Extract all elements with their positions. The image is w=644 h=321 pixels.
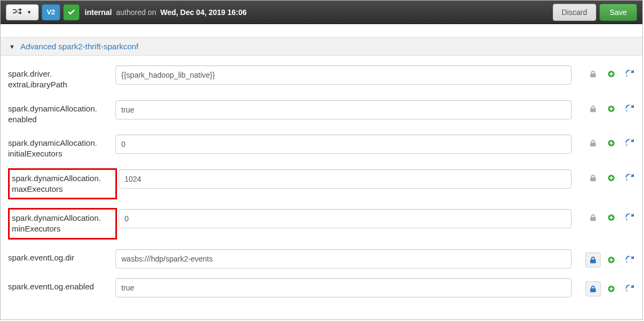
refresh-icon[interactable]: [624, 103, 635, 114]
add-icon[interactable]: [606, 103, 617, 114]
config-label-a: spark.dynamicAllocation.: [8, 104, 97, 113]
config-label-b: enabled: [8, 115, 36, 124]
row-actions: [577, 248, 640, 267]
row-actions: [577, 99, 640, 114]
lock-icon[interactable]: [588, 212, 598, 223]
config-label-a: spark.eventLog.enabled: [8, 282, 94, 291]
config-row: spark.eventLog.enabled: [8, 268, 640, 297]
config-label: spark.driver.extraLibraryPath: [8, 64, 115, 91]
save-button[interactable]: Save: [599, 4, 637, 21]
lock-icon[interactable]: [588, 173, 598, 183]
refresh-icon[interactable]: [624, 212, 635, 223]
refresh-icon[interactable]: [624, 173, 635, 183]
config-row: spark.dynamicAllocation.maxExecutors: [8, 160, 640, 200]
lock-icon[interactable]: [588, 138, 598, 148]
config-row: spark.dynamicAllocation.minExecutors: [8, 199, 640, 240]
config-label: spark.eventLog.enabled: [8, 277, 115, 292]
config-row: spark.eventLog.dir: [8, 240, 640, 268]
add-icon[interactable]: [606, 212, 617, 223]
refresh-icon[interactable]: [624, 138, 635, 148]
add-icon[interactable]: [606, 255, 617, 265]
config-value-input[interactable]: [115, 249, 572, 268]
version-label: V2: [47, 8, 55, 16]
config-label-b: maxExecutors: [12, 184, 63, 193]
config-label-b: initialExecutors: [8, 149, 62, 158]
config-value-input[interactable]: [115, 65, 572, 85]
config-row: spark.dynamicAllocation.enabled: [8, 91, 640, 125]
config-label: spark.dynamicAllocation.initialExecutors: [8, 133, 115, 160]
add-icon[interactable]: [606, 138, 617, 148]
row-actions: [577, 168, 640, 183]
config-label-a: spark.dynamicAllocation.: [8, 138, 97, 147]
add-icon[interactable]: [606, 69, 617, 79]
caret-down-icon: ▼: [27, 10, 32, 15]
topbar: ▼ V2 internal authored on Wed, Dec 04, 2…: [1, 1, 642, 24]
config-label: spark.dynamicAllocation.maxExecutors: [8, 168, 117, 200]
add-icon[interactable]: [606, 283, 617, 294]
config-value-input[interactable]: [115, 100, 572, 120]
current-version-check-button[interactable]: [63, 4, 79, 20]
section-header[interactable]: ▼ Advanced spark2-thrift-sparkconf: [1, 37, 642, 56]
refresh-icon[interactable]: [624, 69, 635, 79]
config-label-b: extraLibraryPath: [8, 80, 67, 89]
authored-by-text: internal authored on Wed, Dec 04, 2019 1…: [85, 9, 247, 16]
config-value-input[interactable]: [119, 169, 572, 189]
add-icon[interactable]: [606, 173, 617, 183]
lock-icon[interactable]: [588, 69, 598, 79]
config-value-input[interactable]: [115, 135, 572, 154]
config-label-a: spark.dynamicAllocation.: [12, 174, 101, 183]
check-icon: [68, 9, 75, 16]
config-value-input[interactable]: [115, 278, 572, 297]
shuffle-icon: [13, 8, 23, 17]
config-rows: spark.driver.extraLibraryPathspark.dynam…: [1, 56, 642, 297]
lock-icon[interactable]: [586, 252, 601, 267]
config-row: spark.driver.extraLibraryPath: [8, 56, 640, 91]
collapse-caret-icon: ▼: [9, 43, 15, 50]
row-actions: [577, 64, 640, 79]
section-title: Advanced spark2-thrift-sparkconf: [20, 42, 138, 51]
row-actions: [577, 208, 640, 223]
config-label: spark.dynamicAllocation.minExecutors: [8, 208, 117, 240]
lock-icon[interactable]: [588, 103, 598, 114]
config-row: spark.dynamicAllocation.initialExecutors: [8, 125, 640, 160]
refresh-icon[interactable]: [624, 255, 635, 265]
discard-button[interactable]: Discard: [553, 4, 596, 21]
row-actions: [577, 133, 640, 148]
row-actions: [577, 277, 640, 296]
config-label-a: spark.driver.: [8, 69, 52, 78]
config-label-a: spark.eventLog.dir: [8, 253, 74, 262]
config-label: spark.dynamicAllocation.enabled: [8, 99, 115, 125]
config-label: spark.eventLog.dir: [8, 248, 115, 263]
config-value-input[interactable]: [119, 209, 572, 228]
config-label-a: spark.dynamicAllocation.: [12, 213, 101, 222]
lock-icon[interactable]: [586, 281, 601, 296]
config-label-b: minExecutors: [12, 224, 61, 233]
refresh-icon[interactable]: [624, 283, 635, 294]
compare-versions-button[interactable]: ▼: [6, 4, 39, 20]
version-badge[interactable]: V2: [42, 4, 60, 20]
